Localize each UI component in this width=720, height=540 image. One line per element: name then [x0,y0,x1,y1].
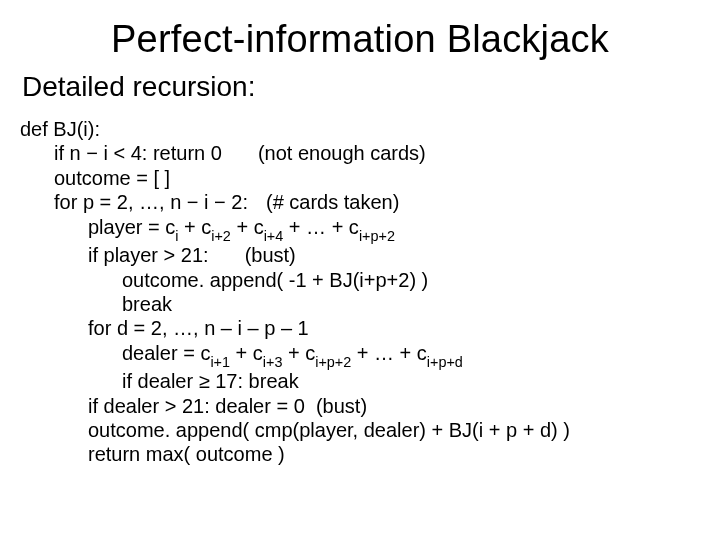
code-text: + … + c [283,216,359,238]
subscript: i+p+d [427,354,463,370]
code-line: if player > 21:(bust) [20,243,700,267]
code-text: for p = 2, …, n − i − 2: [54,191,248,213]
code-line: break [20,292,700,316]
code-text: player = c [88,216,175,238]
code-line: if dealer ≥ 17: break [20,369,700,393]
subscript: i+p+2 [315,354,351,370]
pseudocode-block: def BJ(i): if n − i < 4: return 0(not en… [20,117,700,467]
code-line: if dealer > 21: dealer = 0 (bust) [20,394,700,418]
code-text: if player > 21: [88,244,209,266]
subscript: i [175,228,178,244]
code-text: if dealer > 21: dealer = 0 [88,395,305,417]
slide-title: Perfect-information Blackjack [20,18,700,61]
code-text: dealer = c [122,342,210,364]
slide-subtitle: Detailed recursion: [22,71,700,103]
code-text: + c [178,216,211,238]
code-line: player = ci + ci+2 + ci+4 + … + ci+p+2 [20,215,700,244]
code-text: + c [282,342,315,364]
code-comment: (bust) [245,244,296,266]
subscript: i+p+2 [359,228,395,244]
code-line: outcome. append( -1 + BJ(i+p+2) ) [20,268,700,292]
code-line: for d = 2, …, n – i – p – 1 [20,316,700,340]
code-line: outcome = [ ] [20,166,700,190]
code-line: for p = 2, …, n − i − 2:(# cards taken) [20,190,700,214]
code-text: + c [230,342,263,364]
code-line: outcome. append( cmp(player, dealer) + B… [20,418,700,442]
subscript: i+1 [210,354,230,370]
slide: Perfect-information Blackjack Detailed r… [0,0,720,540]
code-comment: (bust) [316,395,367,417]
code-text: + c [231,216,264,238]
code-line: def BJ(i): [20,117,700,141]
code-line: if n − i < 4: return 0(not enough cards) [20,141,700,165]
subscript: i+2 [211,228,231,244]
code-line: return max( outcome ) [20,442,700,466]
code-text: if n − i < 4: return 0 [54,142,222,164]
code-line: dealer = ci+1 + ci+3 + ci+p+2 + … + ci+p… [20,341,700,370]
code-comment: (not enough cards) [258,142,426,164]
code-comment: (# cards taken) [266,191,399,213]
subscript: i+3 [263,354,283,370]
code-text: + … + c [351,342,427,364]
subscript: i+4 [264,228,284,244]
